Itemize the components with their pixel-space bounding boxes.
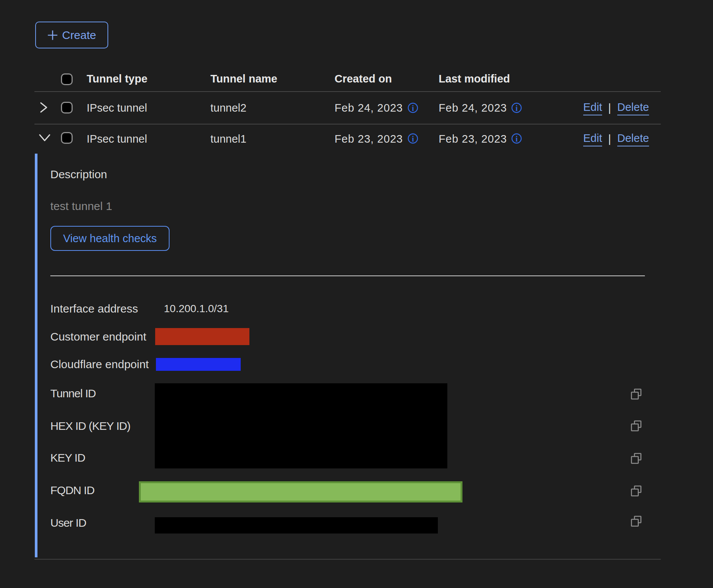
svg-text:i: i	[412, 135, 414, 143]
svg-text:i: i	[515, 135, 518, 143]
svg-text:i: i	[412, 104, 414, 112]
svg-text:i: i	[515, 104, 518, 112]
